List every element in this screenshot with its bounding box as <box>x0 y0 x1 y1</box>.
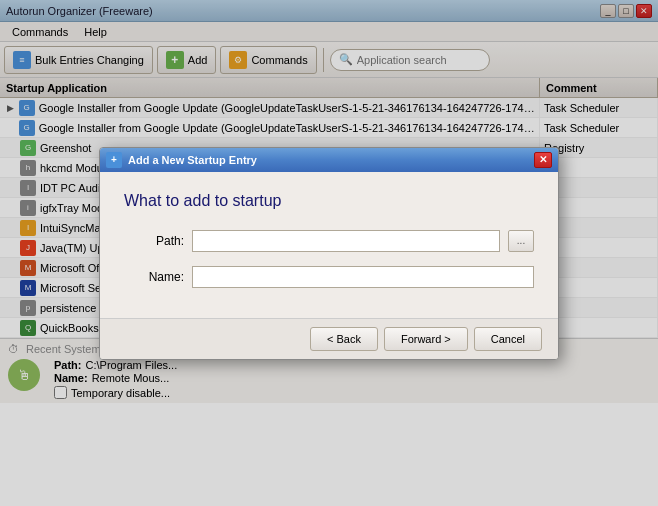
modal-title: + Add a New Startup Entry <box>106 152 257 168</box>
modal-name-input[interactable] <box>192 266 534 288</box>
modal-title-icon: + <box>106 152 122 168</box>
modal-name-label: Name: <box>124 270 184 284</box>
modal-title-bar: + Add a New Startup Entry ✕ <box>100 148 558 172</box>
name-form-row: Name: <box>124 266 534 288</box>
modal-path-label: Path: <box>124 234 184 248</box>
path-form-row: Path: ... <box>124 230 534 252</box>
back-button[interactable]: < Back <box>310 327 378 351</box>
cancel-button[interactable]: Cancel <box>474 327 542 351</box>
forward-button[interactable]: Forward > <box>384 327 468 351</box>
modal-body: What to add to startup Path: ... Name: <box>100 172 558 318</box>
modal-path-input[interactable] <box>192 230 500 252</box>
add-startup-modal: + Add a New Startup Entry ✕ What to add … <box>99 147 559 360</box>
modal-close-button[interactable]: ✕ <box>534 152 552 168</box>
modal-footer: < Back Forward > Cancel <box>100 318 558 359</box>
browse-button[interactable]: ... <box>508 230 534 252</box>
modal-overlay: + Add a New Startup Entry ✕ What to add … <box>0 0 658 506</box>
modal-heading: What to add to startup <box>124 192 534 210</box>
